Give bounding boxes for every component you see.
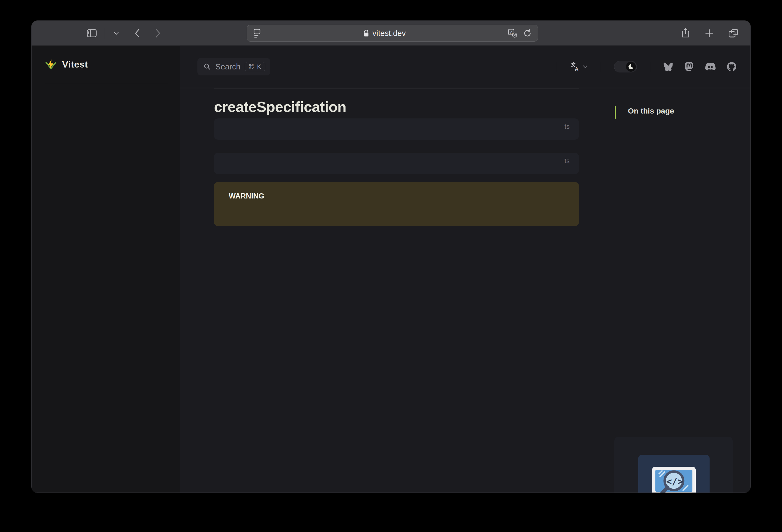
translations-icon: A [570, 62, 580, 72]
forward-button[interactable] [155, 29, 161, 38]
vitest-logo-icon [45, 58, 57, 71]
maximize-window-button[interactable] [68, 30, 75, 36]
moon-icon [626, 62, 636, 72]
svg-text:</>: </> [666, 476, 683, 487]
sponsor-illustration: </> [638, 455, 710, 493]
tab-overview-icon[interactable] [728, 29, 739, 38]
code-lang-badge: ts [564, 157, 570, 165]
back-button[interactable] [135, 29, 140, 38]
sidebar-toggle-icon[interactable] [87, 29, 97, 37]
site-navbar: Search ⌘ K A [180, 46, 750, 88]
svg-text:A: A [510, 30, 513, 35]
reader-icon[interactable] [253, 29, 261, 38]
site-title: Vitest [62, 59, 88, 70]
github-icon[interactable] [727, 62, 736, 71]
code-block-signature: ts [214, 118, 579, 140]
lock-icon [363, 29, 369, 37]
page-heading: createSpecification [214, 88, 579, 115]
site-logo[interactable]: Vitest [45, 46, 168, 83]
on-this-page: On this page [613, 88, 741, 124]
chevron-down-icon [583, 65, 588, 68]
share-icon[interactable] [681, 28, 690, 38]
code-monitor-icon: </> [647, 462, 701, 493]
theme-toggle[interactable] [614, 61, 637, 72]
code-block-example: ts [214, 153, 579, 174]
navbar-divider [557, 62, 557, 72]
translate-page-icon[interactable]: A [508, 29, 517, 38]
tab-group-chevron-icon[interactable] [113, 31, 119, 35]
search-label: Search [215, 62, 241, 71]
minimize-window-button[interactable] [56, 30, 63, 36]
outline-active-marker [615, 106, 616, 119]
docs-sidebar: Vitest [32, 46, 180, 493]
warning-title: WARNING [229, 192, 564, 201]
mastodon-icon[interactable] [684, 62, 694, 72]
sponsor-card[interactable]: </> [614, 437, 733, 493]
browser-toolbar: vitest.dev A [32, 21, 750, 46]
bluesky-icon[interactable] [663, 62, 673, 71]
address-bar[interactable]: vitest.dev A [247, 25, 538, 42]
outline-track [615, 105, 615, 416]
browser-window: vitest.dev A [31, 21, 751, 493]
code-lang-badge: ts [564, 123, 570, 131]
navbar-divider [601, 62, 601, 72]
search-shortcut: ⌘ K [245, 62, 265, 71]
search-button[interactable]: Search ⌘ K [198, 58, 270, 75]
svg-text:A: A [575, 66, 579, 72]
window-controls [43, 30, 75, 36]
close-window-button[interactable] [43, 30, 50, 36]
doc-content: createSpecification ts ts WARNING [214, 88, 579, 226]
search-icon [203, 63, 211, 71]
reload-icon[interactable] [523, 29, 532, 38]
discord-icon[interactable] [705, 63, 716, 71]
language-menu[interactable]: A [570, 62, 588, 72]
url-text: vitest.dev [261, 29, 508, 38]
new-tab-icon[interactable] [705, 29, 714, 38]
warning-callout: WARNING [214, 182, 579, 226]
on-this-page-title: On this page [628, 106, 741, 116]
